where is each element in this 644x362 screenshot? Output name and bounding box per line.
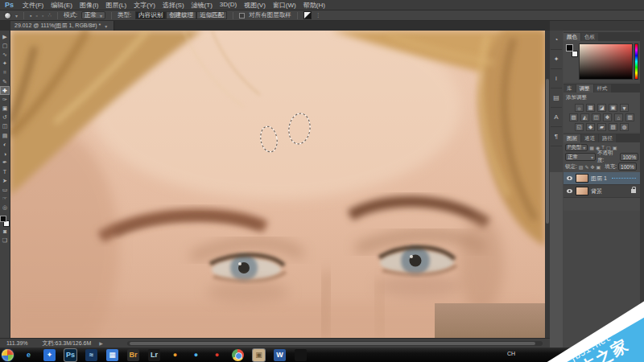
red-app-icon[interactable]: ● [211,349,223,361]
adjustments-tab[interactable]: 样式 [594,84,611,93]
portrait-photo[interactable] [10,31,545,338]
properties-panel-icon[interactable]: ▤ [551,88,562,108]
type-tool[interactable]: T [0,167,10,176]
menu-帮助[interactable]: 帮助(H) [303,1,325,10]
crop-tool[interactable]: ⌗ [0,68,10,77]
layer-filter-icon[interactable]: ▦ [589,145,594,150]
layers-tab[interactable]: 通道 [581,134,598,142]
black-window-icon[interactable] [295,349,307,361]
adjustment-icon[interactable]: ⌂ [614,113,623,121]
path-selection-tool[interactable]: ➤ [0,176,10,185]
opacity-value[interactable]: 100% [620,153,638,161]
zoom-level[interactable]: 111.39% [6,340,28,346]
adjustment-icon[interactable]: ◭ [580,113,589,121]
info-panel-icon[interactable]: i [551,69,562,88]
input-method-indicator[interactable]: CH [507,351,515,356]
brush-panel-icon[interactable]: ▪ [30,13,31,19]
type-button[interactable]: 创建纹理 [166,11,196,19]
document-tab[interactable]: 29.012 @ 111%(图层 1, RGB/8#) * ▾ [10,21,114,31]
marquee-tool[interactable]: ▢ [0,41,10,50]
lasso-tool[interactable]: ∿ [0,50,10,59]
mode-select[interactable]: 正常 ▾ [81,11,105,19]
layer-name[interactable]: 图层 1 [591,175,607,183]
horizontal-scrollbar[interactable] [127,341,543,346]
adjustment-icon[interactable]: ◪ [597,104,606,112]
adjustment-icon[interactable]: ❖ [603,113,612,121]
adjustment-icon[interactable]: ▨ [569,113,578,121]
layer-row[interactable]: 图层 1 [564,172,640,185]
menu-文字[interactable]: 文字(Y) [134,1,155,10]
foreground-color-swatch[interactable] [0,216,6,222]
spot-healing-brush-tool[interactable]: ✚ [0,86,10,95]
gradient-tool[interactable]: ▤ [0,131,10,140]
chevron-down-icon[interactable]: ▾ [15,13,18,19]
photo-viewer-icon[interactable]: ▣ [253,349,265,361]
hue-slider[interactable] [634,43,638,80]
status-flyout-icon[interactable]: ▶ [99,340,103,346]
photoshop-icon[interactable]: Ps [64,349,76,361]
clone-source-icon[interactable]: ◦ [42,13,43,19]
thunder-icon[interactable]: ≈ [85,349,97,361]
background-color-swatch[interactable] [572,51,578,57]
chevron-down-icon[interactable]: ▾ [105,23,107,29]
bridge-icon[interactable]: Br [127,349,139,361]
lightroom-icon[interactable]: Lr [148,349,160,361]
menu-编辑[interactable]: 编辑(E) [51,1,72,10]
blue-app-icon[interactable]: ✦ [43,349,56,361]
clone-stamp-tool[interactable]: ▣ [0,105,10,113]
adjustment-icon[interactable]: ◍ [620,123,629,131]
panel-color-swatches[interactable] [566,44,578,57]
layer-name[interactable]: 背景 [591,187,602,195]
word-icon[interactable]: W [274,349,286,361]
shape-tool[interactable]: ▭ [0,185,10,194]
menu-文件[interactable]: 文件(F) [23,1,43,10]
layer-row[interactable]: 背景 [564,185,640,198]
adjustment-icon[interactable]: ◱ [575,123,584,131]
more-options-icon[interactable]: ⋮ [316,12,321,19]
horizontal-scrollbar-handle[interactable] [130,342,535,345]
history-panel-icon[interactable]: ◔ [551,31,562,50]
adjustments-tab[interactable]: 调整 [576,84,593,93]
type-button[interactable]: 近似匹配 [196,11,227,19]
menu-滤镜[interactable]: 滤镜(T) [192,1,213,10]
quick-mask-icon[interactable]: ◙ [0,227,10,236]
pattern-icon[interactable]: ∴ [47,12,51,19]
eraser-tool[interactable]: ◫ [0,122,10,131]
adjustments-tab[interactable]: 库 [564,84,576,93]
color-tab[interactable]: 色板 [581,33,598,41]
adjustment-icon[interactable]: ◆ [586,123,595,131]
paragraph-panel-icon[interactable]: ¶ [551,127,562,146]
lock-icon[interactable]: ▣ [597,164,601,170]
blur-tool[interactable]: ◐ [0,140,10,149]
canvas[interactable] [10,31,545,338]
screen-mode-icon[interactable]: ❏ [0,236,10,245]
pen-tool[interactable]: ✒ [0,158,10,167]
hand-tool[interactable]: ☞ [0,194,10,203]
adjustment-icon[interactable]: ▥ [625,113,634,121]
chrome-icon[interactable] [232,349,244,361]
waterdrop-app-icon[interactable]: ● [190,349,202,361]
history-brush-tool[interactable]: ↺ [0,113,10,122]
adjustment-icon[interactable]: ▣ [609,104,617,112]
blend-mode-select[interactable]: 正常 ▾ [565,153,596,161]
color-tab[interactable]: 颜色 [564,33,580,41]
menu-图像[interactable]: 图像(I) [80,1,99,10]
color-swatches[interactable] [0,216,10,227]
layer-thumbnail[interactable] [576,174,588,183]
quick-selection-tool[interactable]: ✦ [0,60,10,68]
character-panel-icon[interactable]: A [551,108,562,127]
eyedropper-tool[interactable]: ✎ [0,77,10,86]
move-tool[interactable]: ▶ [0,32,10,41]
layer-thumbnail[interactable] [576,187,588,195]
zoom-tool[interactable]: ◎ [0,204,10,212]
sample-all-layers-checkbox[interactable] [239,13,245,19]
adjustment-icon[interactable]: ▦ [586,104,595,112]
diagonal-swatch-icon[interactable] [303,11,312,19]
layers-tab[interactable]: 图层 [564,134,580,142]
adjustment-icon[interactable]: ◫ [592,113,601,121]
visibility-eye-icon[interactable] [565,189,573,193]
lock-icon[interactable]: ✥ [591,164,595,170]
layer-filter-select[interactable]: P类型 ▾ [565,144,588,151]
adjustment-icon[interactable]: ▧ [609,123,617,131]
fill-value[interactable]: 100% [618,162,637,171]
